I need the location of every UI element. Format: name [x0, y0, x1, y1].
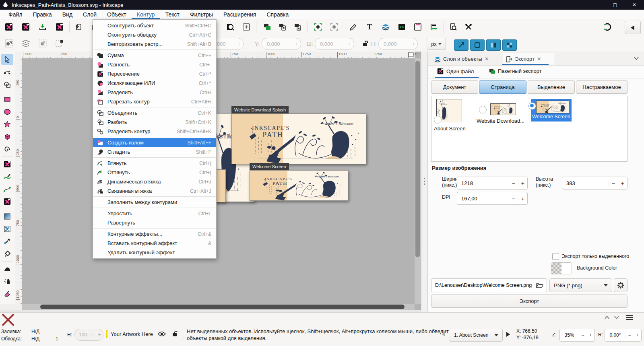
shape-builder-tool[interactable]: [1, 79, 13, 90]
selector-tool[interactable]: [1, 54, 13, 65]
unlink-clone-icon[interactable]: [293, 22, 303, 32]
align-dialog-icon[interactable]: [429, 22, 439, 32]
menu-item-outset[interactable]: ОттянутьCtrl+): [93, 168, 216, 177]
palette-scroll-up-icon[interactable]: [605, 316, 609, 319]
tab-layers-objects[interactable]: Слои и объекты ✕: [431, 53, 506, 65]
rectangle-tool[interactable]: [1, 94, 13, 105]
menu-item-object-to-path[interactable]: Оконтурить объектShift+Ctrl+C: [93, 21, 216, 30]
format-dropdown[interactable]: PNG (*.png): [549, 278, 612, 292]
menu-file[interactable]: Файл: [3, 10, 27, 19]
open-document-icon[interactable]: [21, 22, 31, 32]
dpi-decrement[interactable]: −: [509, 195, 518, 202]
next-layer-icon[interactable]: [506, 332, 510, 337]
menu-item-fracture[interactable]: Создать изломShift+Alt+F: [93, 138, 216, 147]
prev-layer-icon[interactable]: [442, 332, 445, 337]
scale-corners-toggle[interactable]: [470, 39, 485, 51]
height-increment[interactable]: +: [618, 180, 627, 187]
width-decrement[interactable]: −: [509, 180, 518, 187]
menu-item-dynamic-offset[interactable]: Динамическая втяжкаCtrl+J: [93, 177, 216, 186]
horizontal-scrollbar[interactable]: [22, 304, 415, 310]
dropper-tool[interactable]: [1, 236, 13, 247]
selection-option-icon-2[interactable]: [21, 39, 31, 48]
x-increment[interactable]: +: [235, 41, 243, 47]
horizontal-scrollbar-thumb[interactable]: [40, 305, 405, 309]
menu-item-flatten[interactable]: СгладитьShift+F: [93, 147, 216, 157]
rotation-decrement[interactable]: −: [625, 332, 633, 338]
text-tool[interactable]: [1, 196, 13, 207]
box-3d-tool[interactable]: [1, 131, 13, 142]
width-increment[interactable]: +: [346, 41, 354, 47]
zoom-drawing-icon[interactable]: [225, 22, 235, 32]
layer-nav-dropdown[interactable]: 1. About Screen: [449, 329, 503, 342]
menu-item-trace-bitmap[interactable]: Векторизовать растр...Shift+Alt+B: [93, 39, 216, 49]
lock-ratio-icon[interactable]: [361, 39, 370, 48]
menu-layer[interactable]: Слой: [78, 10, 102, 19]
export-item-welcome-screen[interactable]: Welcome Screen: [531, 99, 572, 122]
menu-item-combine[interactable]: ОбъединитьCtrl+K: [93, 108, 216, 117]
spiral-tool[interactable]: [1, 144, 13, 155]
dpi-increment[interactable]: +: [518, 195, 527, 202]
duplicate-icon[interactable]: [262, 22, 272, 32]
radio-welcome-screen-selected[interactable]: [528, 102, 536, 110]
height-decrement[interactable]: −: [609, 180, 618, 187]
close-button[interactable]: ✕: [625, 0, 644, 10]
ruler-page-icon[interactable]: [408, 52, 414, 57]
y-field[interactable]: −+: [262, 38, 301, 50]
menu-item-stroke-to-path[interactable]: Оконтурить обводкуCtrl+Alt+C: [93, 30, 216, 39]
page-welcome-screen[interactable]: [250, 170, 348, 201]
vertical-scrollbar[interactable]: [415, 58, 421, 304]
scale-patterns-toggle[interactable]: [502, 39, 517, 51]
page-website-download-splash[interactable]: [231, 113, 366, 164]
menu-item-break-apart[interactable]: РазбитьShift+Ctrl+K: [93, 117, 216, 127]
fill-value[interactable]: Н/Д: [31, 329, 39, 334]
gradient-tool[interactable]: [1, 211, 13, 222]
height-decrement[interactable]: −: [401, 41, 409, 47]
node-tool[interactable]: [1, 66, 13, 78]
tweak-tool[interactable]: [1, 263, 13, 274]
source-selection-button[interactable]: Выделение: [528, 80, 575, 94]
fill-stroke-dialog-icon[interactable]: [349, 22, 358, 32]
close-icon[interactable]: ✕: [537, 56, 541, 62]
width-field[interactable]: −+: [315, 38, 354, 50]
menu-item-reverse[interactable]: Развернуть: [93, 218, 216, 227]
export-width-field[interactable]: −+: [457, 177, 528, 189]
layer-lock-icon[interactable]: [172, 330, 178, 337]
text-dialog-icon[interactable]: T: [365, 22, 374, 32]
menu-item-union[interactable]: СуммаCtrl++: [93, 51, 216, 60]
calligraphy-tool[interactable]: [1, 171, 13, 182]
rotation-field[interactable]: 0,00° − +: [605, 329, 642, 342]
menu-item-split-path[interactable]: Разделить контурShift+Ctrl+Alt+K: [93, 127, 216, 136]
menu-item-difference[interactable]: РазностьCtrl+-: [93, 60, 216, 69]
zoom-decrement[interactable]: −: [579, 332, 586, 338]
folder-open-icon[interactable]: [536, 282, 543, 288]
source-page-button[interactable]: Страница: [479, 80, 526, 94]
selection-option-icon-1[interactable]: [4, 39, 14, 48]
close-icon[interactable]: ✕: [485, 56, 489, 62]
export-selected-only-checkbox[interactable]: [552, 253, 559, 260]
menu-edit[interactable]: Правка: [27, 10, 57, 19]
export-path-input[interactable]: [431, 282, 533, 288]
pen-tool[interactable]: [1, 183, 13, 195]
menu-item-intersection[interactable]: ПересечениеCtrl+*: [93, 69, 216, 78]
canvas[interactable]: v. 1.4 Website Download Splash Welcome S…: [22, 58, 415, 304]
menu-item-cut-path[interactable]: Разрезать контурCtrl+Alt+/: [93, 97, 216, 106]
pencil-tool[interactable]: [1, 159, 13, 170]
tab-export[interactable]: Экспорт ✕: [503, 53, 554, 65]
snapping-controls-icon[interactable]: [602, 22, 612, 32]
menu-object[interactable]: Объект: [102, 10, 132, 19]
opacity-field[interactable]: 100 − +: [74, 329, 103, 341]
y-decrement[interactable]: −: [285, 41, 293, 47]
create-clone-icon[interactable]: [278, 22, 287, 32]
opacity-decrement[interactable]: −: [89, 332, 96, 338]
zoom-field[interactable]: 35% − +: [559, 329, 595, 342]
height-increment[interactable]: +: [409, 41, 417, 47]
export-item-about-screen[interactable]: About Screen: [436, 99, 462, 122]
x-decrement[interactable]: −: [227, 41, 235, 47]
layers-dialog-icon[interactable]: [381, 22, 390, 32]
menu-item-simplify[interactable]: УпроститьCtrl+L: [93, 209, 216, 218]
stroke-value[interactable]: Н/Д: [31, 336, 39, 342]
mode-single-file[interactable]: Один файл: [437, 68, 474, 75]
menu-path[interactable]: Контур: [132, 10, 160, 19]
stroke-width-value[interactable]: 1: [56, 336, 58, 342]
rotation-increment[interactable]: +: [633, 332, 641, 338]
